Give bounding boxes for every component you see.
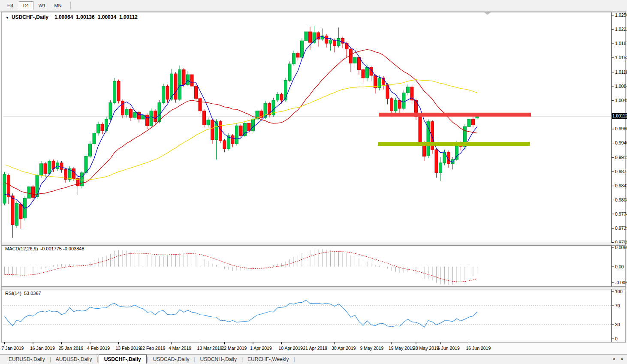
rsi-value: 53.0367 (24, 291, 41, 296)
macd-indicator-label: MACD(12,26,9)-0.001775 -0.003848 (5, 246, 84, 251)
rsi-name: RSI(14) (5, 291, 21, 296)
tab-usdcad[interactable]: USDCAD-,Daily (149, 355, 194, 363)
tab-scroll-right-icon[interactable]: ► (621, 357, 624, 361)
tab-eurchf[interactable]: EURCHF-,Weekly (243, 355, 293, 363)
tab-audusd[interactable]: AUDUSD-,Daily (51, 355, 96, 363)
ohlc-open-value: 1.00064 (54, 14, 73, 20)
panel-splitter-macd[interactable] (2, 243, 625, 246)
date-axis-strip[interactable] (0, 343, 627, 354)
tab-usdchf[interactable]: USDCHF-,Daily (99, 355, 147, 364)
price-axis[interactable] (612, 12, 627, 342)
timeframe-button-mn[interactable]: MN (51, 1, 65, 10)
timeframe-button-h4[interactable]: H4 (3, 1, 18, 10)
chart-tab-bar: EURUSD-,Daily|AUDUSD-,Daily|USDCHF-,Dail… (0, 354, 627, 364)
macd-name: MACD(12,26,9) (5, 246, 38, 251)
tab-usdcnh[interactable]: USDCNH-,Daily (196, 355, 241, 363)
timeframe-toolbar: H4D1W1MN (0, 0, 627, 12)
ohlc-high-value: 1.00136 (76, 14, 94, 20)
panel-splitter-rsi[interactable] (2, 286, 625, 289)
toolbar-separator (70, 2, 71, 9)
tab-separator: | (293, 356, 295, 362)
tab-scroll-left-icon[interactable]: ◄ (612, 357, 615, 361)
tab-eurusd[interactable]: EURUSD-,Daily (4, 355, 49, 363)
chart-title: ▼ USDCHF-,Daily 1.00064 1.00136 1.00034 … (6, 14, 141, 20)
chart-canvas[interactable] (1, 12, 626, 342)
rsi-indicator-label: RSI(14)53.0367 (5, 291, 41, 296)
ohlc-close-value: 1.00112 (119, 14, 138, 20)
ohlc-low-value: 1.00034 (98, 14, 116, 20)
timeframe-button-d1[interactable]: D1 (19, 1, 33, 10)
timeframe-button-w1[interactable]: W1 (35, 1, 49, 10)
symbol-dropdown-icon[interactable]: ▼ (6, 16, 9, 20)
macd-values: -0.001775 -0.003848 (40, 246, 84, 251)
chart-symbol-label: USDCHF-,Daily (12, 14, 48, 20)
tab-scroll-arrows: ◄► (606, 357, 624, 361)
